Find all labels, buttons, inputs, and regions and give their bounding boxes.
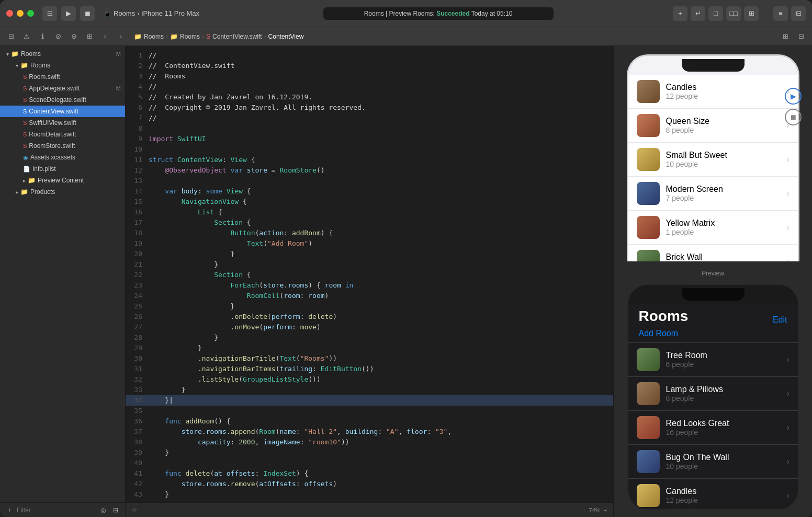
sidebar-item-roomstore[interactable]: S RoomStore.swift xyxy=(0,140,125,152)
star-button[interactable]: ☆ xyxy=(132,507,137,513)
run-button[interactable]: ▶ xyxy=(61,6,76,21)
sidebar-item-scenedelegate[interactable]: S SceneDelegate.swift xyxy=(0,94,125,106)
list-view-button[interactable]: ≡ xyxy=(773,6,788,21)
view2-button[interactable]: □□ xyxy=(726,6,741,21)
main-layout: ▾ 📁 Rooms M ▾ 📁 Rooms S Room.swift xyxy=(0,46,812,517)
minimize-button[interactable] xyxy=(17,10,24,17)
split-view-button[interactable]: ⊟ xyxy=(794,30,808,43)
list-item[interactable]: Lamp & Pillows 8 people › xyxy=(628,377,798,411)
nav-bookmark-button[interactable]: ⊕ xyxy=(67,30,81,43)
breadcrumb-folder2-icon: 📁 xyxy=(170,33,178,40)
enter-button[interactable]: ↵ xyxy=(691,6,705,21)
file-label6: RoomDetail.swift xyxy=(29,131,76,138)
nav-search-button[interactable]: ⊞ xyxy=(83,30,96,43)
code-line-10: 10 xyxy=(126,144,613,155)
breadcrumb-active[interactable]: ContentView xyxy=(268,33,304,40)
nav-warning-button[interactable]: ⚠ xyxy=(20,30,33,43)
file-label5: SwiftUIView.swift xyxy=(29,119,76,127)
nav-link-button[interactable]: ⊘ xyxy=(51,30,65,43)
project-icon: 📱 xyxy=(103,9,111,17)
maximize-button[interactable] xyxy=(27,10,34,17)
list-item[interactable]: Queen Size 8 people › xyxy=(628,109,798,143)
url-bar: Rooms | Preview Rooms: Succeeded Today a… xyxy=(323,7,554,20)
sidebar-item-room-swift[interactable]: S Room.swift xyxy=(0,71,125,83)
project-name[interactable]: Rooms xyxy=(114,9,135,17)
room-name: Queen Size xyxy=(666,117,781,126)
sidebar-item-roomdetail[interactable]: S RoomDetail.swift xyxy=(0,129,125,140)
sidebar-item-rooms-root[interactable]: ▾ 📁 Rooms M xyxy=(0,48,125,60)
stop-button[interactable]: ◼ xyxy=(80,6,95,21)
chevron-icon: › xyxy=(786,423,789,432)
add-button[interactable]: + xyxy=(673,6,687,21)
list-item[interactable]: Red Looks Great 16 people › xyxy=(628,411,798,445)
code-line-6: 6 // Copyright © 2019 Jan Zavrel. All ri… xyxy=(126,102,613,113)
list-item[interactable]: Candles 12 people › xyxy=(628,75,798,109)
list-item[interactable]: Tree Room 6 people › xyxy=(628,343,798,377)
dark-edit-button[interactable]: Edit xyxy=(773,315,787,325)
breadcrumb-file[interactable]: ContentView.swift xyxy=(212,33,262,40)
nav-prev-button[interactable]: ‹ xyxy=(98,30,112,43)
view1-button[interactable]: □ xyxy=(708,6,723,21)
code-line-31: 31 .navigationBarItems(trailing: EditBut… xyxy=(126,364,613,374)
chevron-icon: › xyxy=(786,257,789,261)
file-label: Room.swift xyxy=(29,73,60,81)
list-item[interactable]: Small But Sweet 10 people › xyxy=(628,143,798,177)
zoom-minus-button[interactable]: — xyxy=(580,507,586,513)
room-info: Small But Sweet 10 people xyxy=(666,151,781,168)
list-item[interactable]: Yellow Matrix 1 people › xyxy=(628,211,798,245)
file-label11: Products xyxy=(30,188,55,196)
sidebar-filter-input[interactable] xyxy=(17,507,96,514)
room-people: 1 people xyxy=(666,228,781,236)
zoom-plus-button[interactable]: + xyxy=(604,507,607,513)
sidebar-item-appdelegate[interactable]: S AppDelegate.swift M xyxy=(0,83,125,94)
close-button[interactable] xyxy=(6,10,13,17)
m-badge2: M xyxy=(116,85,121,91)
chevron-right-icon2: ▸ xyxy=(16,189,18,195)
room-name: Small But Sweet xyxy=(666,151,781,160)
sidebar-item-preview-content[interactable]: ▸ 📁 Preview Content xyxy=(0,175,125,186)
sidebar-footer: + ◎ ⊟ xyxy=(0,502,125,517)
sidebar-item-plist[interactable]: 📄 Info.plist xyxy=(0,163,125,175)
sidebar-item-assets[interactable]: ◉ Assets.xcassets xyxy=(0,152,125,163)
dark-room-info: Red Looks Great 16 people xyxy=(666,419,781,436)
file-label9: Info.plist xyxy=(32,165,56,173)
main-window: ⊟ ▶ ◼ 📱 Rooms › iPhone 11 Pro Max Rooms … xyxy=(0,0,812,517)
grid-view-button[interactable]: ⊞ xyxy=(779,30,792,43)
sidebar-item-swiftuiview[interactable]: S SwiftUIView.swift xyxy=(0,117,125,129)
inspector-button[interactable]: ⊟ xyxy=(791,6,806,21)
list-item[interactable]: Candles 12 people › xyxy=(628,479,798,511)
sidebar-show-hide-button[interactable]: ◎ xyxy=(98,505,108,515)
code-line-5: 5 // Created by Jan Zavrel on 16.12.2019… xyxy=(126,92,613,102)
sidebar-item-contentview[interactable]: S ContentView.swift xyxy=(0,106,125,117)
dark-add-room-button[interactable]: Add Room xyxy=(628,327,798,343)
preview-play-button[interactable]: ▶ xyxy=(785,88,802,105)
code-line-28: 28 } xyxy=(126,332,613,343)
nav-back-button[interactable]: ⊟ xyxy=(4,30,18,43)
list-item[interactable]: Bug On The Wall 10 people › xyxy=(628,445,798,479)
titlebar-right: + ↵ □ □□ ⊞ ≡ ⊟ xyxy=(673,6,806,21)
room-name: Brick Wall xyxy=(666,252,781,261)
sidebar-item-rooms-sub[interactable]: ▾ 📁 Rooms xyxy=(0,60,125,71)
room-thumb-brickwall xyxy=(637,250,660,261)
sidebar-item-products[interactable]: ▸ 📁 Products xyxy=(0,186,125,198)
sidebar: ▾ 📁 Rooms M ▾ 📁 Rooms S Room.swift xyxy=(0,46,126,517)
room-info: Yellow Matrix 1 people xyxy=(666,219,781,236)
view3-button[interactable]: ⊞ xyxy=(744,6,759,21)
build-status: Succeeded xyxy=(436,10,469,17)
sidebar-add-button[interactable]: + xyxy=(4,505,15,515)
code-line-38: 38 capacity: 2000, imageName: "room10")) xyxy=(126,437,613,447)
breadcrumb-rooms1[interactable]: Rooms xyxy=(144,33,164,40)
toolbar2: ⊟ ⚠ ℹ ⊘ ⊕ ⊞ ‹ › 📁 Rooms › 📁 Rooms › S Co… xyxy=(0,27,812,46)
list-item[interactable]: Brick Wall 3 people › xyxy=(628,245,798,261)
preview-stop-button[interactable]: ⏹ xyxy=(785,109,802,125)
code-content[interactable]: 1 // 2 // ContentView.swift 3 // Rooms 4… xyxy=(126,46,613,502)
sidebar-tree: ▾ 📁 Rooms M ▾ 📁 Rooms S Room.swift xyxy=(0,46,125,502)
sidebar-collapse-button[interactable]: ⊟ xyxy=(110,505,121,515)
chevron-icon: › xyxy=(786,223,789,232)
list-item[interactable]: Modern Screen 7 people › xyxy=(628,177,798,211)
nav-info-button[interactable]: ℹ xyxy=(36,30,49,43)
sidebar-toggle-button[interactable]: ⊟ xyxy=(42,6,57,21)
nav-next-button[interactable]: › xyxy=(114,30,128,43)
breadcrumb-rooms2[interactable]: Rooms xyxy=(180,33,200,40)
device-name[interactable]: iPhone 11 Pro Max xyxy=(142,9,200,17)
